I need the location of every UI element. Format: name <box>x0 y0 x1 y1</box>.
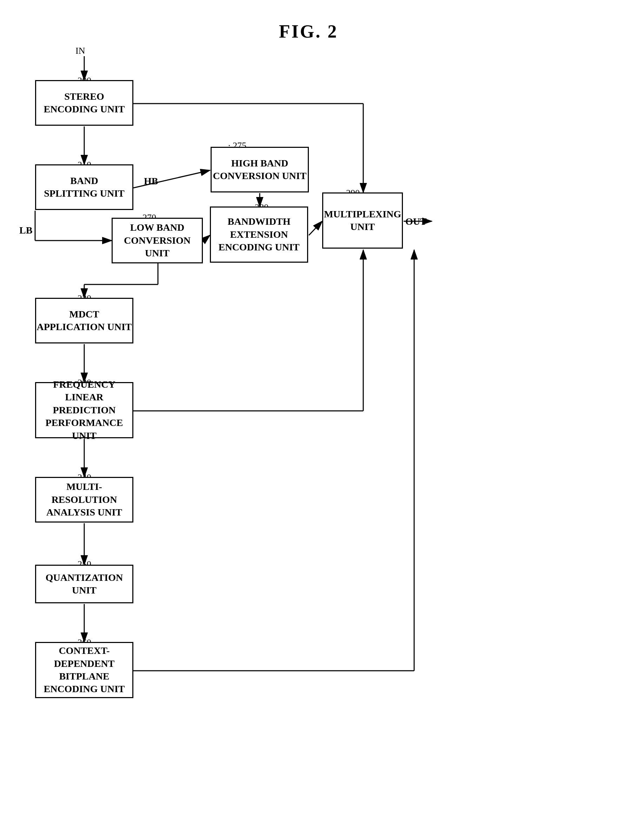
lb-label: LB <box>19 225 32 236</box>
high-band-conversion-block: HIGH BANDCONVERSION UNIT <box>211 147 309 192</box>
page-title: FIG. 2 <box>0 0 617 42</box>
band-splitting-block: BANDSPLITTING UNIT <box>35 164 133 210</box>
hb-label: HB <box>144 176 158 187</box>
out-label: OUT <box>405 216 427 227</box>
svg-line-8 <box>309 221 322 235</box>
low-band-conversion-block: LOW BANDCONVERSION UNIT <box>112 218 203 263</box>
in-label: IN <box>75 46 85 56</box>
multi-resolution-block: MULTI-RESOLUTIONANALYSIS UNIT <box>35 477 133 522</box>
stereo-encoding-block: STEREOENCODING UNIT <box>35 80 133 126</box>
bandwidth-extension-block: BANDWIDTHEXTENSIONENCODING UNIT <box>210 207 308 263</box>
quantization-block: QUANTIZATION UNIT <box>35 565 133 603</box>
freq-linear-prediction-block: FREQUENCY LINEARPREDICTIONPERFORMANCE UN… <box>35 382 133 438</box>
multiplexing-block: MULTIPLEXINGUNIT <box>322 192 403 248</box>
context-dependent-block: CONTEXT-DEPENDENTBITPLANEENCODING UNIT <box>35 642 133 698</box>
svg-line-7 <box>204 235 210 241</box>
mdct-application-block: MDCTAPPLICATION UNIT <box>35 298 133 343</box>
